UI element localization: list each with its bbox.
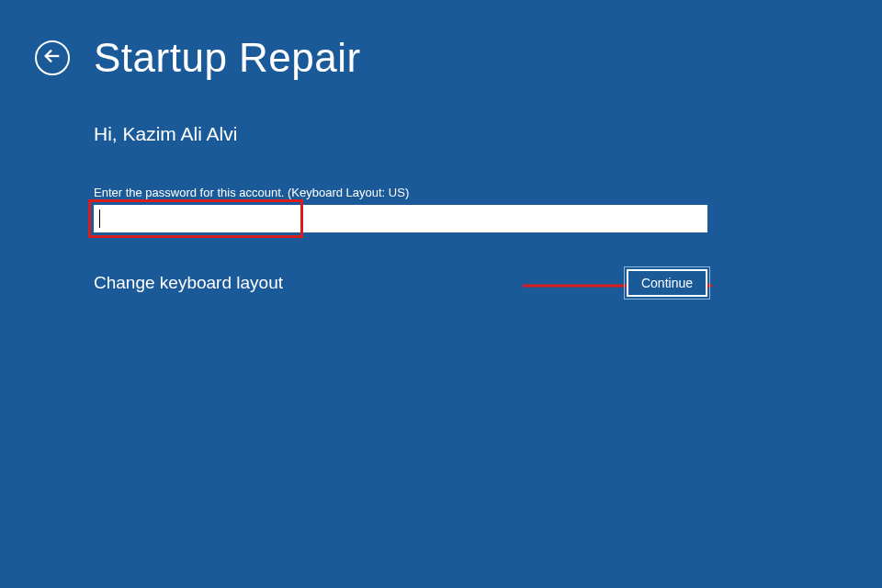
change-keyboard-layout-link[interactable]: Change keyboard layout [94, 273, 283, 293]
back-button[interactable] [35, 40, 70, 75]
text-cursor-icon [99, 209, 100, 228]
main-content: Hi, Kazim Ali Alvi Enter the password fo… [0, 81, 882, 293]
header-bar: Startup Repair [0, 0, 882, 81]
password-field-wrapper [94, 205, 707, 232]
password-input[interactable] [94, 205, 707, 232]
continue-button[interactable]: Continue [627, 269, 707, 297]
password-prompt: Enter the password for this account. (Ke… [94, 186, 827, 199]
page-title: Startup Repair [94, 35, 361, 81]
greeting-text: Hi, Kazim Ali Alvi [94, 123, 827, 145]
action-row: Change keyboard layout Continue [94, 273, 707, 293]
back-arrow-icon [42, 46, 62, 70]
